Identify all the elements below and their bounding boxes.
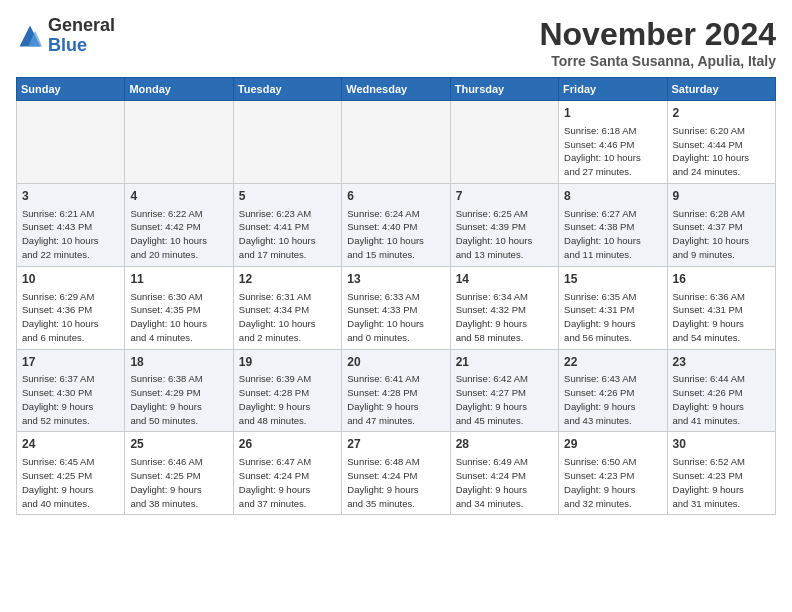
- day-number: 1: [564, 105, 661, 122]
- calendar-week-row: 3Sunrise: 6:21 AM Sunset: 4:43 PM Daylig…: [17, 183, 776, 266]
- day-number: 8: [564, 188, 661, 205]
- calendar-cell: 18Sunrise: 6:38 AM Sunset: 4:29 PM Dayli…: [125, 349, 233, 432]
- weekday-header-friday: Friday: [559, 78, 667, 101]
- day-info: Sunrise: 6:48 AM Sunset: 4:24 PM Dayligh…: [347, 455, 444, 510]
- day-number: 24: [22, 436, 119, 453]
- calendar-week-row: 24Sunrise: 6:45 AM Sunset: 4:25 PM Dayli…: [17, 432, 776, 515]
- logo-icon: [16, 22, 44, 50]
- day-number: 30: [673, 436, 770, 453]
- day-number: 16: [673, 271, 770, 288]
- calendar-cell: 29Sunrise: 6:50 AM Sunset: 4:23 PM Dayli…: [559, 432, 667, 515]
- day-number: 7: [456, 188, 553, 205]
- calendar-cell: 23Sunrise: 6:44 AM Sunset: 4:26 PM Dayli…: [667, 349, 775, 432]
- calendar-cell: 15Sunrise: 6:35 AM Sunset: 4:31 PM Dayli…: [559, 266, 667, 349]
- day-info: Sunrise: 6:35 AM Sunset: 4:31 PM Dayligh…: [564, 290, 661, 345]
- day-info: Sunrise: 6:24 AM Sunset: 4:40 PM Dayligh…: [347, 207, 444, 262]
- calendar-cell: 30Sunrise: 6:52 AM Sunset: 4:23 PM Dayli…: [667, 432, 775, 515]
- day-info: Sunrise: 6:47 AM Sunset: 4:24 PM Dayligh…: [239, 455, 336, 510]
- day-info: Sunrise: 6:44 AM Sunset: 4:26 PM Dayligh…: [673, 372, 770, 427]
- calendar-cell: 26Sunrise: 6:47 AM Sunset: 4:24 PM Dayli…: [233, 432, 341, 515]
- calendar-cell: [17, 101, 125, 184]
- logo: General Blue: [16, 16, 115, 56]
- day-info: Sunrise: 6:21 AM Sunset: 4:43 PM Dayligh…: [22, 207, 119, 262]
- day-number: 6: [347, 188, 444, 205]
- calendar-cell: 13Sunrise: 6:33 AM Sunset: 4:33 PM Dayli…: [342, 266, 450, 349]
- calendar-cell: 27Sunrise: 6:48 AM Sunset: 4:24 PM Dayli…: [342, 432, 450, 515]
- day-info: Sunrise: 6:52 AM Sunset: 4:23 PM Dayligh…: [673, 455, 770, 510]
- day-number: 29: [564, 436, 661, 453]
- calendar-cell: 11Sunrise: 6:30 AM Sunset: 4:35 PM Dayli…: [125, 266, 233, 349]
- title-block: November 2024 Torre Santa Susanna, Apuli…: [539, 16, 776, 69]
- day-number: 22: [564, 354, 661, 371]
- day-info: Sunrise: 6:41 AM Sunset: 4:28 PM Dayligh…: [347, 372, 444, 427]
- page-header: General Blue November 2024 Torre Santa S…: [16, 16, 776, 69]
- weekday-header-wednesday: Wednesday: [342, 78, 450, 101]
- day-info: Sunrise: 6:36 AM Sunset: 4:31 PM Dayligh…: [673, 290, 770, 345]
- day-info: Sunrise: 6:27 AM Sunset: 4:38 PM Dayligh…: [564, 207, 661, 262]
- day-info: Sunrise: 6:39 AM Sunset: 4:28 PM Dayligh…: [239, 372, 336, 427]
- weekday-header-thursday: Thursday: [450, 78, 558, 101]
- day-info: Sunrise: 6:22 AM Sunset: 4:42 PM Dayligh…: [130, 207, 227, 262]
- day-number: 11: [130, 271, 227, 288]
- calendar-cell: 25Sunrise: 6:46 AM Sunset: 4:25 PM Dayli…: [125, 432, 233, 515]
- logo-general: General: [48, 16, 115, 36]
- calendar-cell: 1Sunrise: 6:18 AM Sunset: 4:46 PM Daylig…: [559, 101, 667, 184]
- day-number: 10: [22, 271, 119, 288]
- calendar-cell: [450, 101, 558, 184]
- calendar-cell: 20Sunrise: 6:41 AM Sunset: 4:28 PM Dayli…: [342, 349, 450, 432]
- calendar-table: SundayMondayTuesdayWednesdayThursdayFrid…: [16, 77, 776, 515]
- calendar-cell: 7Sunrise: 6:25 AM Sunset: 4:39 PM Daylig…: [450, 183, 558, 266]
- day-number: 20: [347, 354, 444, 371]
- calendar-week-row: 10Sunrise: 6:29 AM Sunset: 4:36 PM Dayli…: [17, 266, 776, 349]
- day-number: 23: [673, 354, 770, 371]
- day-number: 15: [564, 271, 661, 288]
- day-number: 13: [347, 271, 444, 288]
- calendar-cell: 19Sunrise: 6:39 AM Sunset: 4:28 PM Dayli…: [233, 349, 341, 432]
- calendar-cell: [233, 101, 341, 184]
- day-info: Sunrise: 6:30 AM Sunset: 4:35 PM Dayligh…: [130, 290, 227, 345]
- day-number: 25: [130, 436, 227, 453]
- location-subtitle: Torre Santa Susanna, Apulia, Italy: [539, 53, 776, 69]
- day-number: 3: [22, 188, 119, 205]
- day-info: Sunrise: 6:29 AM Sunset: 4:36 PM Dayligh…: [22, 290, 119, 345]
- day-info: Sunrise: 6:49 AM Sunset: 4:24 PM Dayligh…: [456, 455, 553, 510]
- day-info: Sunrise: 6:23 AM Sunset: 4:41 PM Dayligh…: [239, 207, 336, 262]
- calendar-cell: 22Sunrise: 6:43 AM Sunset: 4:26 PM Dayli…: [559, 349, 667, 432]
- calendar-week-row: 1Sunrise: 6:18 AM Sunset: 4:46 PM Daylig…: [17, 101, 776, 184]
- day-info: Sunrise: 6:45 AM Sunset: 4:25 PM Dayligh…: [22, 455, 119, 510]
- day-number: 17: [22, 354, 119, 371]
- weekday-header-sunday: Sunday: [17, 78, 125, 101]
- calendar-cell: 8Sunrise: 6:27 AM Sunset: 4:38 PM Daylig…: [559, 183, 667, 266]
- calendar-cell: 6Sunrise: 6:24 AM Sunset: 4:40 PM Daylig…: [342, 183, 450, 266]
- day-number: 4: [130, 188, 227, 205]
- day-info: Sunrise: 6:25 AM Sunset: 4:39 PM Dayligh…: [456, 207, 553, 262]
- weekday-header-monday: Monday: [125, 78, 233, 101]
- day-info: Sunrise: 6:20 AM Sunset: 4:44 PM Dayligh…: [673, 124, 770, 179]
- day-info: Sunrise: 6:31 AM Sunset: 4:34 PM Dayligh…: [239, 290, 336, 345]
- day-info: Sunrise: 6:50 AM Sunset: 4:23 PM Dayligh…: [564, 455, 661, 510]
- calendar-cell: 3Sunrise: 6:21 AM Sunset: 4:43 PM Daylig…: [17, 183, 125, 266]
- day-info: Sunrise: 6:33 AM Sunset: 4:33 PM Dayligh…: [347, 290, 444, 345]
- day-number: 18: [130, 354, 227, 371]
- day-number: 9: [673, 188, 770, 205]
- day-number: 19: [239, 354, 336, 371]
- day-info: Sunrise: 6:42 AM Sunset: 4:27 PM Dayligh…: [456, 372, 553, 427]
- calendar-cell: 12Sunrise: 6:31 AM Sunset: 4:34 PM Dayli…: [233, 266, 341, 349]
- day-number: 21: [456, 354, 553, 371]
- weekday-header-tuesday: Tuesday: [233, 78, 341, 101]
- calendar-cell: 5Sunrise: 6:23 AM Sunset: 4:41 PM Daylig…: [233, 183, 341, 266]
- day-number: 2: [673, 105, 770, 122]
- calendar-cell: 10Sunrise: 6:29 AM Sunset: 4:36 PM Dayli…: [17, 266, 125, 349]
- day-number: 26: [239, 436, 336, 453]
- day-info: Sunrise: 6:37 AM Sunset: 4:30 PM Dayligh…: [22, 372, 119, 427]
- calendar-cell: [125, 101, 233, 184]
- calendar-cell: [342, 101, 450, 184]
- day-number: 28: [456, 436, 553, 453]
- day-info: Sunrise: 6:18 AM Sunset: 4:46 PM Dayligh…: [564, 124, 661, 179]
- month-title: November 2024: [539, 16, 776, 53]
- weekday-header-saturday: Saturday: [667, 78, 775, 101]
- calendar-header-row: SundayMondayTuesdayWednesdayThursdayFrid…: [17, 78, 776, 101]
- calendar-cell: 14Sunrise: 6:34 AM Sunset: 4:32 PM Dayli…: [450, 266, 558, 349]
- calendar-cell: 16Sunrise: 6:36 AM Sunset: 4:31 PM Dayli…: [667, 266, 775, 349]
- calendar-cell: 28Sunrise: 6:49 AM Sunset: 4:24 PM Dayli…: [450, 432, 558, 515]
